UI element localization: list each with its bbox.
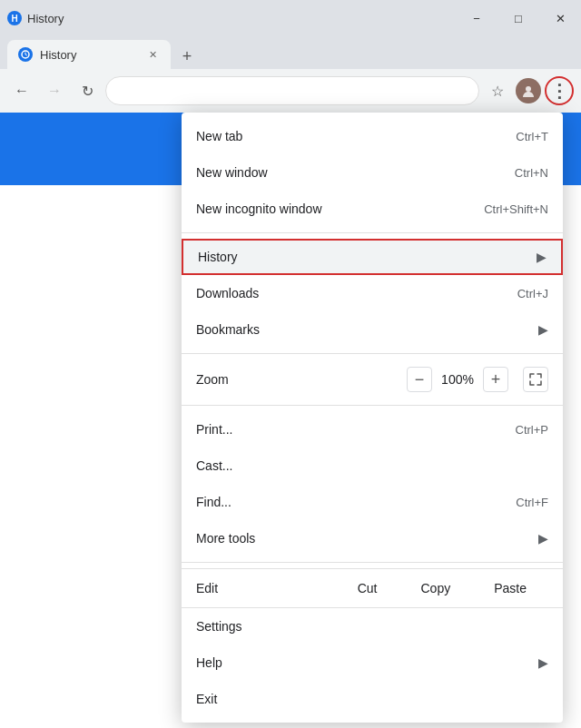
svg-point-2	[526, 86, 531, 92]
zoom-in-button[interactable]: +	[483, 367, 508, 392]
edit-row: Edit Cut Copy Paste	[182, 568, 563, 608]
close-button[interactable]: ✕	[539, 0, 581, 36]
menu-item-bookmarks[interactable]: Bookmarks ▶	[182, 311, 563, 348]
incognito-label: New incognito window	[196, 202, 484, 216]
new-tab-label: New tab	[196, 129, 516, 143]
more-tools-label: More tools	[196, 531, 531, 546]
new-tab-shortcut: Ctrl+T	[516, 130, 548, 143]
incognito-shortcut: Ctrl+Shift+N	[484, 202, 548, 216]
avatar	[516, 78, 541, 103]
zoom-out-button[interactable]: −	[407, 367, 432, 392]
menu-item-help[interactable]: Help ▶	[182, 644, 563, 681]
menu-icon: ⋮	[550, 82, 568, 100]
title-bar: H History − □ ✕	[0, 0, 581, 36]
menu-item-incognito[interactable]: New incognito window Ctrl+Shift+N	[182, 191, 563, 227]
bookmarks-label: Bookmarks	[196, 322, 531, 337]
avatar-button[interactable]	[514, 76, 543, 105]
toolbar-icons: ☆ ⋮	[483, 76, 574, 105]
window-title-text: History	[27, 12, 64, 25]
minimize-button[interactable]: −	[456, 0, 497, 36]
menu-item-new-window[interactable]: New window Ctrl+N	[182, 154, 563, 191]
print-label: Print...	[196, 422, 516, 437]
active-tab[interactable]: History ✕	[7, 40, 171, 69]
divider-4	[182, 562, 563, 563]
menu-item-new-tab[interactable]: New tab Ctrl+T	[182, 118, 563, 154]
divider-3	[182, 405, 563, 406]
dropdown-menu: New tab Ctrl+T New window Ctrl+N New inc…	[182, 113, 563, 723]
downloads-shortcut: Ctrl+J	[517, 287, 548, 300]
menu-item-exit[interactable]: Exit	[182, 681, 563, 717]
cut-button[interactable]: Cut	[336, 576, 399, 601]
zoom-row: Zoom − 100% +	[182, 359, 563, 399]
menu-item-settings[interactable]: Settings	[182, 608, 563, 644]
tab-favicon: H	[7, 11, 22, 25]
zoom-value: 100%	[439, 372, 476, 387]
bookmarks-arrow-icon: ▶	[538, 322, 548, 337]
fullscreen-icon	[529, 373, 542, 386]
back-button[interactable]: ←	[7, 76, 36, 105]
forward-button[interactable]: →	[40, 76, 69, 105]
tab-icon	[18, 47, 33, 62]
zoom-label: Zoom	[196, 372, 407, 387]
address-bar[interactable]	[105, 76, 479, 105]
more-tools-arrow-icon: ▶	[538, 531, 548, 546]
tab-title: History	[40, 48, 138, 62]
refresh-button[interactable]: ↻	[73, 76, 102, 105]
menu-button[interactable]: ⋮	[545, 76, 574, 105]
maximize-button[interactable]: □	[497, 0, 539, 36]
fullscreen-button[interactable]	[523, 367, 548, 392]
menu-item-history[interactable]: History ▶	[182, 239, 563, 275]
menu-item-find[interactable]: Find... Ctrl+F	[182, 484, 563, 520]
address-bar-row: ← → ↻ ☆ ⋮	[0, 69, 581, 113]
tab-bar: History ✕ +	[0, 36, 581, 69]
divider-2	[182, 353, 563, 354]
settings-label: Settings	[196, 619, 548, 634]
exit-label: Exit	[196, 692, 548, 706]
help-arrow-icon: ▶	[538, 655, 548, 670]
cast-label: Cast...	[196, 458, 548, 473]
new-tab-button[interactable]: +	[174, 44, 200, 69]
star-button[interactable]: ☆	[483, 76, 512, 105]
tab-close-button[interactable]: ✕	[145, 47, 160, 62]
star-icon: ☆	[491, 83, 504, 100]
new-window-label: New window	[196, 165, 515, 180]
find-label: Find...	[196, 495, 516, 509]
history-label: History	[198, 250, 529, 264]
downloads-label: Downloads	[196, 286, 517, 300]
new-window-shortcut: Ctrl+N	[515, 166, 548, 180]
divider-1	[182, 232, 563, 233]
edit-label: Edit	[196, 581, 336, 595]
window-controls: − □ ✕	[456, 0, 581, 36]
copy-button[interactable]: Copy	[399, 576, 473, 601]
menu-item-downloads[interactable]: Downloads Ctrl+J	[182, 275, 563, 311]
history-arrow-icon: ▶	[537, 250, 547, 264]
menu-item-more-tools[interactable]: More tools ▶	[182, 520, 563, 556]
menu-item-print[interactable]: Print... Ctrl+P	[182, 411, 563, 448]
print-shortcut: Ctrl+P	[516, 423, 548, 437]
help-label: Help	[196, 655, 531, 670]
menu-item-cast[interactable]: Cast...	[182, 448, 563, 484]
zoom-controls: − 100% +	[407, 367, 548, 392]
paste-button[interactable]: Paste	[472, 576, 548, 601]
find-shortcut: Ctrl+F	[516, 496, 548, 509]
